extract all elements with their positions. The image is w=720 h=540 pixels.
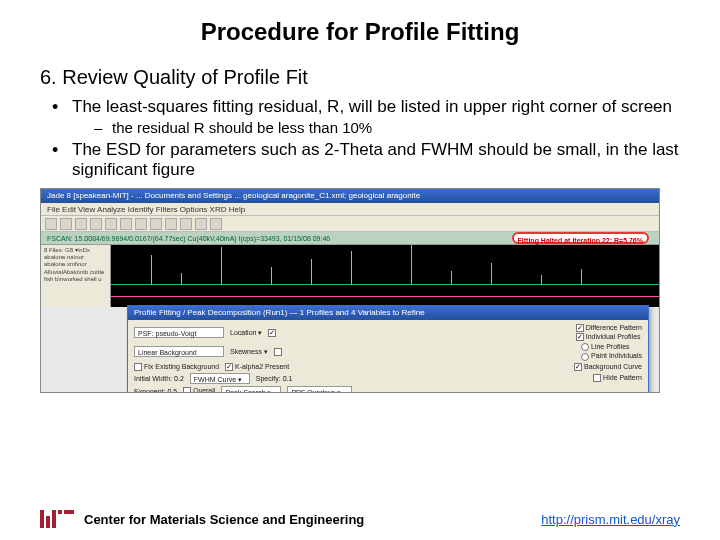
step-heading: 6. Review Quality of Profile Fit [40, 66, 680, 89]
toolbar-button[interactable] [150, 218, 162, 230]
window-titlebar: Jade 8 [speakean-MIT] - ... Documents an… [41, 189, 659, 203]
exponent-field[interactable]: Exponent: 0.5 [134, 388, 177, 393]
diffraction-chart [111, 245, 659, 307]
peak [221, 247, 222, 285]
menu-bar: File Edit View Analyze Identify Filters … [41, 203, 659, 216]
status-line: FSCAN: 15.0084/69.9894/0.0167/(64.77sec)… [41, 232, 659, 245]
footer-link[interactable]: http://prism.mit.edu/xray [541, 512, 680, 527]
footer-org: Center for Materials Science and Enginee… [84, 512, 364, 527]
slide-title: Procedure for Profile Fitting [40, 18, 680, 46]
peak [491, 263, 492, 285]
fwhm-curve-select[interactable]: FWHM Curve ▾ [190, 373, 250, 384]
location-check[interactable] [268, 329, 276, 337]
toolbar-button[interactable] [90, 218, 102, 230]
peaksearch-select[interactable]: Peak Search ▾ [221, 386, 281, 393]
toolbar-button[interactable] [180, 218, 192, 230]
toolbar [41, 216, 659, 232]
fixbg-check[interactable]: Fix Existing Background [134, 363, 219, 371]
width-field[interactable]: Initial Width: 0.2 [134, 375, 184, 382]
toolbar-button[interactable] [135, 218, 147, 230]
toolbar-button[interactable] [120, 218, 132, 230]
mit-logo-icon [40, 510, 74, 528]
slide-footer: Center for Materials Science and Enginee… [0, 510, 720, 528]
peak [411, 245, 412, 285]
ka2-check[interactable]: K-alpha2 Present [225, 363, 289, 371]
peak [451, 271, 452, 285]
baseline [111, 284, 659, 285]
skewness-check[interactable] [274, 348, 282, 356]
peak [151, 255, 152, 285]
opt-hide[interactable]: Hide Pattern [593, 374, 642, 382]
toolbar-button[interactable] [105, 218, 117, 230]
file-sidebar: 8 Files: G8 ▾\nDx abalone na\nor abalone… [41, 245, 111, 307]
toolbar-button[interactable] [210, 218, 222, 230]
jade-screenshot: Jade 8 [speakean-MIT] - ... Documents an… [40, 188, 660, 393]
panel-titlebar: Profile Fitting / Peak Decomposition (Ru… [128, 306, 648, 320]
bullet-1-text: The least-squares fitting residual, R, w… [72, 97, 672, 116]
opt-diff[interactable]: Difference Pattern [576, 324, 642, 332]
status-text: FSCAN: 15.0084/69.9894/0.0167/(64.77sec)… [47, 232, 330, 244]
residual-highlight: Fitting Halted at Iteration 22: R=5.76% [512, 232, 649, 244]
opt-paint[interactable]: Paint Individuals [581, 352, 642, 360]
bullet-1-sub: the residual R should be less than 10% [94, 119, 680, 136]
specify-field[interactable]: Specify: 0.1 [256, 375, 293, 382]
opt-indiv[interactable]: Individual Profiles [576, 333, 642, 341]
bullet-2: The ESD for parameters such as 2-Theta a… [50, 140, 680, 180]
psf-select[interactable]: PSF: pseudo-Voigt [134, 327, 224, 338]
overall-check[interactable]: Overall [183, 387, 215, 393]
toolbar-button[interactable] [45, 218, 57, 230]
bullet-1: The least-squares fitting residual, R, w… [50, 97, 680, 136]
peak [351, 251, 352, 285]
toolbar-button[interactable] [195, 218, 207, 230]
skewness-label: Skewness ▾ [230, 348, 268, 356]
opt-line[interactable]: Line Profiles [581, 343, 642, 351]
profile-fitting-panel: Profile Fitting / Peak Decomposition (Ru… [127, 305, 649, 393]
opt-bg[interactable]: Background Curve [574, 363, 642, 371]
peak [311, 259, 312, 285]
bg-select[interactable]: Linear Background [134, 346, 224, 357]
peak [271, 267, 272, 285]
toolbar-button[interactable] [165, 218, 177, 230]
residual-trace [111, 296, 659, 297]
toolbar-button[interactable] [75, 218, 87, 230]
pdfoverlay-select[interactable]: PDF Overlays ▾ [287, 386, 352, 393]
toolbar-button[interactable] [60, 218, 72, 230]
location-label: Location ▾ [230, 329, 262, 337]
peak [581, 269, 582, 285]
peak [181, 273, 182, 285]
bullet-list: The least-squares fitting residual, R, w… [50, 97, 680, 180]
peak [541, 275, 542, 285]
